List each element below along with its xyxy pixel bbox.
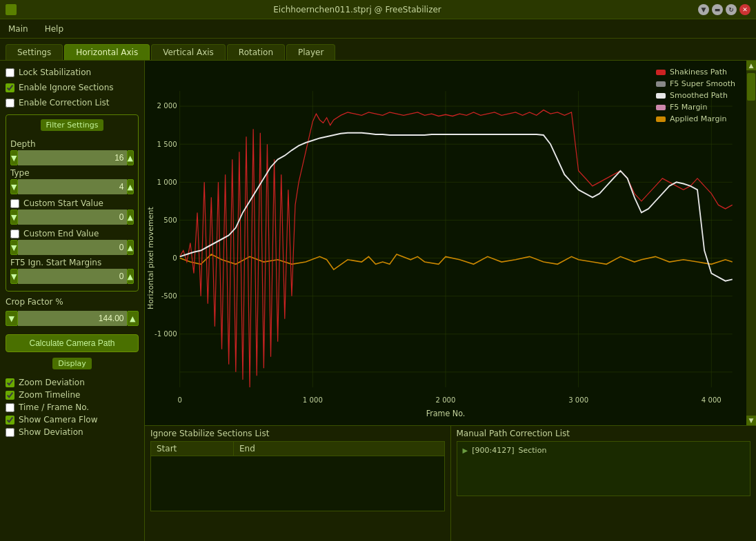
ignore-header-end: End (234, 442, 444, 456)
filter-settings-box: Filter Settings Depth ▼ ▲ Type ▼ ▲ Custo… (6, 114, 139, 292)
enable-correction-row: Enable Correction List (6, 96, 139, 109)
depth-up-button[interactable]: ▲ (127, 150, 135, 165)
depth-spinner: ▼ ▲ (10, 150, 134, 165)
scroll-down-button[interactable]: ▼ (746, 416, 756, 425)
type-down-button[interactable]: ▼ (10, 179, 18, 194)
show-camera-flow-label: Show Camera Flow (19, 415, 98, 425)
custom-start-spinner: ▼ ▲ (10, 210, 134, 225)
custom-end-spinner: ▼ ▲ (10, 240, 134, 255)
tab-horizontal-axis[interactable]: Horizontal Axis (64, 44, 150, 60)
legend-applied-margin-label: Applied Margin (670, 114, 726, 123)
custom-end-row: Custom End Value (10, 227, 134, 240)
zoom-deviation-label: Zoom Deviation (19, 378, 85, 387)
calculate-camera-path-button[interactable]: Calculate Camera Path (6, 334, 139, 352)
type-up-button[interactable]: ▲ (127, 179, 135, 194)
svg-text:0: 0 (177, 396, 182, 404)
custom-end-label: Custom End Value (23, 229, 99, 238)
tab-bar: Settings Horizontal Axis Vertical Axis R… (0, 39, 756, 61)
legend-smoothed-label: Smoothed Path (670, 91, 728, 100)
time-frame-checkbox[interactable] (6, 403, 14, 412)
ignore-section-title: Ignore Stabilize Sections List (150, 429, 445, 438)
svg-text:Frame No.: Frame No. (426, 408, 466, 418)
crop-factor-input[interactable] (18, 311, 127, 326)
lock-stabilization-row: Lock Stabilization (6, 66, 139, 79)
scroll-up-button[interactable]: ▲ (746, 61, 756, 70)
tab-vertical-axis[interactable]: Vertical Axis (151, 44, 226, 60)
chart-scrollbar-row: 2 000 1 500 1 000 500 0 -500 -1 000 0 1 … (145, 61, 756, 425)
close-button[interactable]: ✕ (739, 4, 750, 15)
lock-stabilization-checkbox[interactable] (6, 68, 14, 77)
custom-start-input[interactable] (18, 210, 127, 225)
ignore-section: Ignore Stabilize Sections List Start End (145, 426, 451, 541)
show-camera-flow-row: Show Camera Flow (6, 414, 139, 426)
left-panel: Lock Stabilization Enable Ignore Section… (0, 61, 145, 541)
type-spinner: ▼ ▲ (10, 179, 134, 194)
legend-f5-super-color (656, 81, 666, 87)
legend: Shakiness Path F5 Super Smooth Smoothed … (656, 68, 735, 123)
crop-factor-up-button[interactable]: ▲ (127, 311, 139, 326)
zoom-timeline-row: Zoom Timeline (6, 389, 139, 401)
scroll-thumb[interactable] (747, 73, 755, 101)
show-camera-flow-checkbox[interactable] (6, 416, 14, 425)
ft5-ign-up-button[interactable]: ▲ (127, 269, 135, 284)
legend-shakiness-label: Shakiness Path (670, 68, 727, 76)
titlebar-icons: ▼ ▬ ↻ ✕ (698, 4, 750, 15)
ft5-ign-input[interactable] (18, 269, 127, 284)
custom-end-checkbox[interactable] (10, 229, 19, 238)
correction-arrow-icon: ▶ (463, 447, 468, 454)
enable-ignore-row: Enable Ignore Sections (6, 81, 139, 94)
correction-range: [900:4127] (472, 446, 514, 455)
right-scrollbar: ▲ ▼ (746, 61, 756, 425)
depth-down-button[interactable]: ▼ (10, 150, 18, 165)
tab-rotation[interactable]: Rotation (227, 44, 285, 60)
enable-correction-label: Enable Correction List (19, 98, 110, 108)
type-label: Type (10, 168, 134, 178)
crop-factor-down-button[interactable]: ▼ (6, 311, 18, 326)
ft5-ign-down-button[interactable]: ▼ (10, 269, 18, 284)
custom-start-label: Custom Start Value (23, 198, 103, 208)
filter-settings-label: Filter Settings (41, 119, 104, 131)
crop-factor-spinner: ▼ ▲ (6, 311, 139, 326)
tab-settings[interactable]: Settings (6, 44, 63, 60)
restore-button[interactable]: ▬ (712, 4, 723, 15)
custom-start-checkbox[interactable] (10, 199, 19, 208)
correction-list-item: ▶ [900:4127] Section (460, 445, 748, 456)
enable-ignore-checkbox[interactable] (6, 83, 14, 92)
bottom-section: Ignore Stabilize Sections List Start End… (145, 425, 756, 541)
enable-correction-checkbox[interactable] (6, 99, 14, 108)
custom-start-up-button[interactable]: ▲ (127, 210, 135, 225)
custom-end-down-button[interactable]: ▼ (10, 240, 18, 255)
enable-ignore-label: Enable Ignore Sections (19, 83, 114, 92)
svg-text:500: 500 (163, 215, 177, 223)
depth-label: Depth (10, 139, 134, 149)
legend-applied-margin-color (656, 116, 666, 122)
type-input[interactable] (18, 179, 127, 194)
svg-text:2 000: 2 000 (157, 101, 177, 110)
custom-start-down-button[interactable]: ▼ (10, 210, 18, 225)
ft5-ign-label: FT5 Ign. Start Margins (10, 258, 134, 267)
depth-input[interactable] (18, 150, 127, 165)
svg-text:Horizontal pixel movement: Horizontal pixel movement (147, 207, 155, 309)
svg-text:-1 000: -1 000 (155, 329, 177, 338)
custom-end-up-button[interactable]: ▲ (127, 240, 135, 255)
zoom-deviation-row: Zoom Deviation (6, 376, 139, 389)
app-icon (6, 4, 17, 15)
tab-player[interactable]: Player (286, 44, 335, 60)
menu-main[interactable]: Main (6, 23, 31, 35)
scroll-track[interactable] (746, 70, 756, 416)
lock-stabilization-label: Lock Stabilization (19, 68, 91, 77)
crop-factor-label: Crop Factor % (6, 297, 139, 307)
show-deviation-checkbox[interactable] (6, 428, 14, 437)
svg-text:1 500: 1 500 (157, 139, 177, 147)
minimize-button[interactable]: ▼ (698, 4, 709, 15)
ignore-header-start: Start (151, 442, 234, 456)
custom-end-input[interactable] (18, 240, 127, 255)
legend-f5-super-label: F5 Super Smooth (670, 79, 735, 88)
menu-help[interactable]: Help (42, 23, 66, 35)
menubar: Main Help (0, 19, 756, 39)
zoom-deviation-checkbox[interactable] (6, 378, 14, 387)
zoom-timeline-checkbox[interactable] (6, 391, 14, 400)
correction-label: Section (518, 446, 546, 455)
refresh-button[interactable]: ↻ (726, 4, 737, 15)
svg-text:1 000: 1 000 (303, 396, 323, 404)
